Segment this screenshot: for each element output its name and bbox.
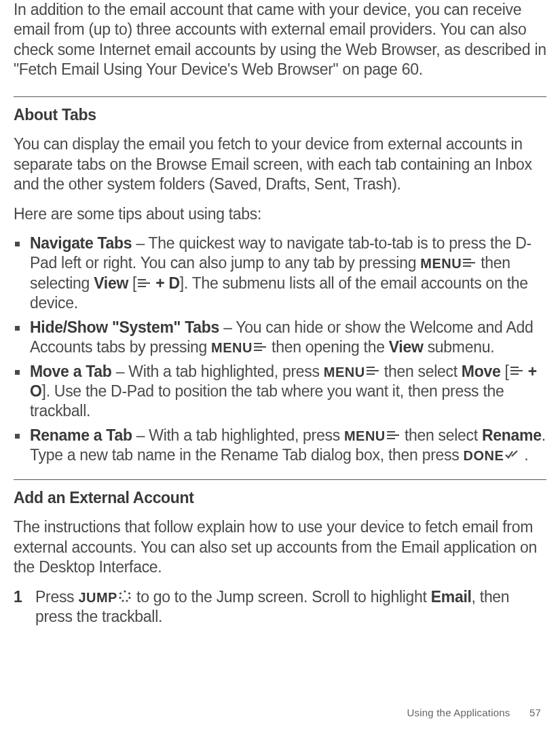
svg-rect-14 (510, 373, 519, 375)
t: . (520, 446, 528, 464)
menu-key: MENU (420, 256, 462, 271)
bullet-label: Rename a Tab (30, 426, 132, 444)
t: – With a tab highlighted, press (112, 363, 324, 380)
menu-key: MENU (324, 365, 365, 380)
bullet-label: Move a Tab (30, 363, 112, 380)
intro-paragraph: In addition to the email account that ca… (14, 0, 546, 80)
heading-about-tabs: About Tabs (14, 105, 546, 125)
step-1: 1 Press JUMP to go to the Jump screen. S… (14, 587, 546, 627)
svg-rect-12 (510, 367, 519, 368)
menu-key: MENU (211, 340, 253, 355)
t: [ (500, 363, 508, 380)
svg-point-23 (119, 597, 121, 599)
section-add-external: Add an External Account The instructions… (14, 479, 546, 627)
section-about-tabs: About Tabs You can display the email you… (14, 96, 546, 466)
bullet-label: Navigate Tabs (30, 234, 132, 252)
t: ]. Use the D-Pad to position the tab whe… (30, 382, 504, 420)
svg-rect-5 (138, 286, 146, 287)
svg-rect-11 (367, 373, 375, 375)
add-external-p1: The instructions that follow explain how… (14, 517, 546, 577)
bullet-icon (15, 370, 20, 375)
t: then select (400, 426, 482, 444)
svg-rect-13 (510, 370, 523, 371)
bullet-icon (15, 242, 20, 246)
menu-key: MENU (344, 428, 386, 443)
t: Press (35, 588, 78, 606)
step-number: 1 (14, 587, 35, 627)
bullet-rename-tab: Rename a Tab – With a tab highlighted, p… (14, 426, 546, 466)
footer-page-number: 57 (529, 707, 541, 718)
about-tabs-p1: You can display the email you fetch to y… (14, 134, 546, 194)
svg-rect-8 (254, 350, 262, 351)
svg-rect-2 (463, 265, 471, 267)
view-label: View (94, 274, 128, 292)
page-footer: Using the Applications 57 (407, 706, 541, 719)
t: – With a tab highlighted, press (132, 426, 344, 444)
svg-rect-9 (367, 367, 375, 368)
done-check-icon (505, 450, 519, 460)
svg-point-20 (128, 597, 130, 599)
svg-rect-3 (138, 279, 146, 280)
t: then select (380, 363, 462, 380)
rename-label: Rename (482, 426, 542, 444)
bullet-hide-show-tabs: Hide/Show "System" Tabs – You can hide o… (14, 318, 546, 358)
menu-icon (254, 342, 266, 352)
svg-rect-7 (254, 346, 266, 348)
svg-rect-1 (463, 262, 475, 263)
menu-icon (463, 258, 475, 267)
bullet-icon (15, 434, 20, 439)
menu-icon (387, 430, 399, 440)
svg-rect-6 (254, 343, 262, 344)
svg-point-24 (119, 593, 122, 595)
svg-rect-15 (387, 431, 395, 432)
svg-point-18 (124, 591, 126, 593)
bullet-move-tab: Move a Tab – With a tab highlighted, pre… (14, 362, 546, 422)
svg-rect-10 (367, 370, 379, 371)
bullet-icon (15, 326, 20, 331)
menu-icon (367, 366, 379, 375)
heading-add-external: Add an External Account (14, 488, 546, 508)
jump-key: JUMP (78, 590, 117, 605)
step-body: Press JUMP to go to the Jump screen. Scr… (35, 587, 546, 627)
svg-rect-4 (138, 282, 150, 284)
about-tabs-bullets: Navigate Tabs – The quickest way to navi… (14, 234, 546, 466)
bullet-label: Hide/Show "System" Tabs (30, 318, 219, 336)
view-label: View (389, 338, 424, 356)
t: then opening the (267, 338, 389, 356)
email-label: Email (431, 588, 472, 606)
menu-icon (510, 366, 523, 375)
about-tabs-p2: Here are some tips about using tabs: (14, 204, 546, 224)
t: submenu. (424, 338, 495, 356)
move-label: Move (462, 363, 501, 380)
bullet-navigate-tabs: Navigate Tabs – The quickest way to navi… (14, 234, 546, 314)
svg-rect-17 (387, 438, 395, 439)
menu-icon (138, 278, 150, 288)
svg-rect-0 (463, 259, 471, 260)
svg-point-22 (122, 600, 124, 602)
svg-rect-16 (387, 435, 399, 436)
t: to go to the Jump screen. Scroll to high… (132, 588, 431, 606)
footer-label: Using the Applications (407, 707, 510, 718)
done-key: DONE (463, 448, 504, 463)
svg-point-21 (126, 600, 128, 602)
svg-point-19 (128, 593, 130, 595)
shortcut: + D (151, 274, 180, 292)
jump-dots-icon (119, 590, 131, 602)
t: [ (128, 274, 136, 292)
